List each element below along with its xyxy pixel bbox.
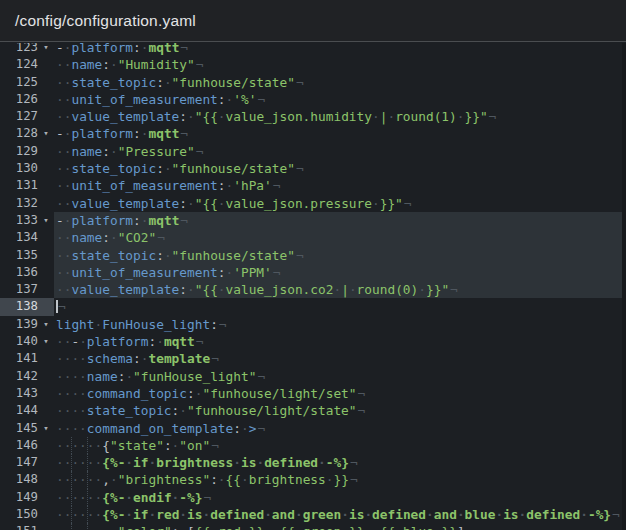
whitespace-marker: ·: [326, 472, 334, 487]
line-number[interactable]: 139: [4, 316, 38, 333]
code-token: -·: [56, 126, 71, 141]
line-number[interactable]: 149: [4, 489, 38, 506]
code-line-content[interactable]: ··value_template:·"{{·value_json.co2·|·r…: [54, 281, 626, 298]
code-line-content[interactable]: light·FunHouse_light:¬: [54, 316, 626, 333]
fold-icon[interactable]: ▾: [38, 43, 54, 56]
code-token: state_topic: [71, 248, 156, 263]
whitespace-marker: ·: [233, 455, 241, 470]
line-number[interactable]: 125: [4, 74, 38, 91]
gutter-cell: 145▾: [0, 420, 54, 437]
code-line-content[interactable]: ··name:·"Humidity"¬: [54, 56, 626, 73]
line-number[interactable]: 123: [4, 43, 38, 56]
code-line-content[interactable]: ······{"state":·"on"¬: [54, 437, 626, 454]
code-line-146: 146······{"state":·"on"¬: [0, 437, 626, 454]
fold-icon[interactable]: ▾: [38, 316, 54, 333]
line-number[interactable]: 147: [4, 454, 38, 471]
fold-icon[interactable]: ▾: [38, 212, 54, 229]
code-line-content[interactable]: ····schema:·template¬: [54, 350, 626, 367]
gutter-cell: 128▾: [0, 125, 54, 142]
line-number[interactable]: 130: [4, 160, 38, 177]
code-line-content[interactable]: ··value_template:·"{{·value_json.pressur…: [54, 195, 626, 212]
line-number[interactable]: 151: [4, 523, 38, 530]
whitespace-marker: ·: [341, 507, 349, 522]
code-token: :·: [179, 196, 194, 211]
code-line-content[interactable]: -·platform:·mqtt¬: [54, 125, 626, 142]
code-token: ····: [56, 403, 87, 418]
line-number[interactable]: 140: [4, 333, 38, 350]
line-number[interactable]: 131: [4, 177, 38, 194]
line-number[interactable]: 135: [4, 247, 38, 264]
fold-icon[interactable]: ▾: [38, 125, 54, 142]
line-number[interactable]: 128: [4, 125, 38, 142]
line-number[interactable]: 132: [4, 195, 38, 212]
code-line-content[interactable]: ··state_topic:·"funhouse/state"¬: [54, 160, 626, 177]
whitespace-marker: ·: [241, 524, 249, 530]
code-line-content[interactable]: ······{%-·endif·-%}¬: [54, 489, 626, 506]
fold-icon[interactable]: ▾: [38, 333, 54, 350]
code-line-content[interactable]: ····command_on_template:·>¬: [54, 420, 626, 437]
code-token: "funhouse/state": [172, 161, 295, 176]
line-number[interactable]: 134: [4, 229, 38, 246]
code-line-content[interactable]: ······,·"brightness":·{{·brightness·}}¬: [54, 471, 626, 488]
code-line-content[interactable]: ······,·"color":·[{{·red·}},·{{·green·}}…: [54, 523, 626, 530]
line-number[interactable]: 136: [4, 264, 38, 281]
whitespace-marker: ·: [364, 507, 372, 522]
code-line-content[interactable]: ······{%-·if·brightness·is·defined·-%}¬: [54, 454, 626, 471]
whitespace-marker: ·: [110, 524, 118, 530]
line-number[interactable]: 133: [4, 212, 38, 229]
code-token: ····: [56, 421, 87, 436]
line-number[interactable]: 144: [4, 402, 38, 419]
code-line-content[interactable]: ····state_topic:·"funhouse/light/state"¬: [54, 402, 626, 419]
whitespace-marker: ··: [56, 144, 71, 159]
line-number[interactable]: 124: [4, 56, 38, 73]
code-line-content[interactable]: ··unit_of_measurement:·'PPM'¬: [54, 264, 626, 281]
code-token: "funhouse/light/set": [202, 386, 356, 401]
line-number[interactable]: 148: [4, 471, 38, 488]
code-line-content[interactable]: -·platform:·mqtt¬: [54, 43, 626, 56]
line-number[interactable]: 137: [4, 281, 38, 298]
gutter-cell: 127: [0, 108, 54, 125]
code-editor[interactable]: 123▾-·platform:·mqtt¬124··name:·"Humidit…: [0, 43, 626, 530]
code-token: mqtt: [149, 43, 180, 55]
code-line-content[interactable]: ··unit_of_measurement:·'%'¬: [54, 91, 626, 108]
code-line-content[interactable]: ··unit_of_measurement:·'hPa'¬: [54, 177, 626, 194]
newline-marker: ¬: [403, 196, 412, 211]
line-number[interactable]: 138: [4, 298, 38, 315]
line-number[interactable]: 127: [4, 108, 38, 125]
code-token: "CO2": [118, 230, 157, 245]
newline-marker: ¬: [272, 265, 281, 280]
line-number[interactable]: 143: [4, 385, 38, 402]
code-line-content[interactable]: ····command_topic:·"funhouse/light/set"¬: [54, 385, 626, 402]
line-number[interactable]: 146: [4, 437, 38, 454]
whitespace-marker: ·: [164, 248, 172, 263]
whitespace-marker: ·: [141, 213, 149, 228]
line-number[interactable]: 141: [4, 350, 38, 367]
whitespace-marker: ·: [179, 403, 187, 418]
code-line-content[interactable]: ··name:·"CO2"¬: [54, 229, 626, 246]
code-token: {{·red·}}: [195, 524, 264, 530]
line-number[interactable]: 150: [4, 506, 38, 523]
line-number[interactable]: 142: [4, 368, 38, 385]
code-line-content[interactable]: ····name:·"funHouse_light"¬: [54, 368, 626, 385]
code-token: ,·: [102, 524, 117, 530]
code-token: :·: [156, 161, 171, 176]
scrollbar-track[interactable]: [622, 43, 626, 530]
fold-icon[interactable]: ▾: [38, 420, 54, 437]
line-number[interactable]: 129: [4, 143, 38, 160]
newline-marker: ¬: [272, 178, 281, 193]
line-number[interactable]: 126: [4, 91, 38, 108]
code-line-content[interactable]: ··state_topic:·"funhouse/state"¬: [54, 74, 626, 91]
code-line-content[interactable]: -·platform:·mqtt¬: [54, 212, 626, 229]
line-number[interactable]: 145: [4, 420, 38, 437]
code-line-content[interactable]: ··-·platform:·mqtt¬: [54, 333, 626, 350]
code-token: {%-·endif·-%}: [102, 490, 202, 505]
code-line-content[interactable]: ¬: [54, 298, 626, 315]
code-token: template: [149, 351, 211, 366]
code-line-136: 136··unit_of_measurement:·'PPM'¬: [0, 264, 626, 281]
code-line-148: 148······,·"brightness":·{{·brightness·}…: [0, 471, 626, 488]
code-line-content[interactable]: ······{%-·if·red·is·defined·and·green·is…: [54, 506, 626, 523]
code-line-content[interactable]: ··value_template:·"{{·value_json.humidit…: [54, 108, 626, 125]
gutter-cell: 146: [0, 437, 54, 454]
code-line-content[interactable]: ··state_topic:·"funhouse/state"¬: [54, 247, 626, 264]
code-line-content[interactable]: ··name:·"Pressure"¬: [54, 143, 626, 160]
